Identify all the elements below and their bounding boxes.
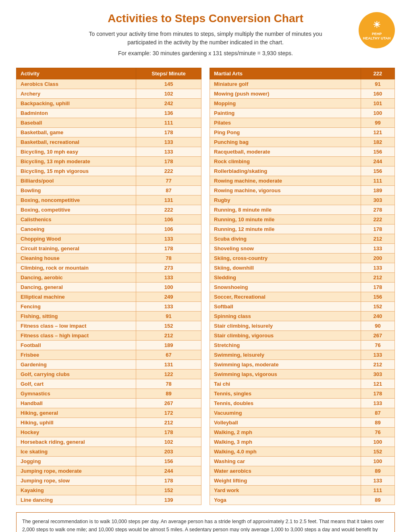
activity-name: Chopping Wood	[17, 234, 136, 244]
activity-name: Elliptical machine	[17, 292, 136, 302]
sun-icon: ☀	[373, 19, 381, 31]
steps-value: 249	[136, 292, 201, 302]
table-row: Boxing, noncompetitive131	[17, 195, 201, 205]
steps-value: 178	[361, 283, 394, 292]
steps-value: 133	[361, 244, 394, 254]
activity-name: Handball	[17, 399, 136, 408]
steps-value: 203	[136, 447, 201, 457]
table-row: Tennis, doubles133	[210, 399, 395, 408]
table-row: Swimming laps, moderate212	[210, 360, 395, 370]
steps-value: 133	[136, 147, 201, 157]
activity-name: Circuit training, general	[17, 244, 136, 254]
activity-name: Backpacking, uphill	[17, 99, 136, 108]
table-row: Snowshoeing178	[210, 283, 395, 292]
table-row: Jumping rope, slow178	[17, 476, 201, 486]
table-row: Line dancing139	[17, 495, 201, 505]
activity-name: Ping Pong	[210, 128, 361, 137]
activity-name: Gardening	[17, 360, 136, 370]
activity-name: Badminton	[17, 108, 136, 118]
steps-value: 78	[136, 379, 201, 389]
steps-value: 222	[136, 166, 201, 176]
activity-name: Mopping	[210, 99, 361, 108]
steps-value: 133	[361, 476, 394, 486]
table-row: Elliptical machine249	[17, 292, 201, 302]
steps-value: 101	[361, 99, 394, 108]
table-row: Weight lifting133	[210, 476, 395, 486]
activity-name: Running, 12 minute mile	[210, 224, 361, 234]
table-row: Archery102	[17, 89, 201, 99]
activity-name: Stair climbing, vigorous	[210, 331, 361, 341]
steps-value: 303	[361, 370, 394, 379]
table-row: Golf, carrying clubs122	[17, 370, 201, 379]
steps-value: 87	[136, 186, 201, 195]
table-row: Yard work111	[210, 486, 395, 495]
table-row: Running, 8 minute mile278	[210, 205, 395, 215]
activity-name: Skiing, cross-country	[210, 254, 361, 263]
table-row: Dancing, aerobic133	[17, 273, 201, 283]
steps-value: 89	[361, 495, 394, 505]
steps-value: 178	[136, 244, 201, 254]
activity-name: Snowshoeing	[210, 283, 361, 292]
activity-name: Tennis, doubles	[210, 399, 361, 408]
steps-value: 178	[361, 389, 394, 399]
steps-value: 242	[136, 99, 201, 108]
steps-value: 76	[361, 428, 394, 437]
activity-name: Archery	[17, 89, 136, 99]
table-row: Fishing, sitting91	[17, 312, 201, 321]
steps-value: 273	[136, 263, 201, 273]
steps-value: 152	[136, 321, 201, 331]
steps-value: 89	[136, 389, 201, 399]
table-row: Stair climbing, vigorous267	[210, 331, 395, 341]
table-row: Dancing, general100	[17, 283, 201, 292]
activity-name: Kayaking	[17, 486, 136, 495]
table-row: Rowing machine, vigorous189	[210, 186, 395, 195]
steps-value: 178	[361, 224, 394, 234]
steps-value: 156	[361, 166, 394, 176]
table-row: Billiards/pool77	[17, 176, 201, 186]
activity-name: Jumping rope, moderate	[17, 466, 136, 476]
right-column: Martial Arts 222 Miniature golf91Mowing …	[210, 68, 395, 505]
table-row: Vacuuming87	[210, 408, 395, 418]
activity-name: Stretching	[210, 341, 361, 350]
steps-value: 222	[361, 215, 394, 224]
steps-value: 100	[136, 283, 201, 292]
activity-name: Boxing, noncompetitive	[17, 195, 136, 205]
activity-name: Basketball, game	[17, 128, 136, 137]
table-row: Climbing, rock or mountain273	[17, 263, 201, 273]
table-row: Sledding212	[210, 273, 395, 283]
table-row: Stretching76	[210, 341, 395, 350]
activity-name: Walking, 4.0 mph	[210, 447, 361, 457]
table-row: Ice skating203	[17, 447, 201, 457]
activity-name: Bowling	[17, 186, 136, 195]
left-column: Activity Steps/ Minute Aerobics Class145…	[16, 68, 201, 505]
steps-value: 133	[361, 350, 394, 360]
steps-value: 178	[136, 428, 201, 437]
steps-value: 133	[361, 399, 394, 408]
activity-name: Running, 10 minute mile	[210, 215, 361, 224]
activity-name: Tai chi	[210, 379, 361, 389]
table-row: Swimming, leisurely133	[210, 350, 395, 360]
steps-value: 278	[361, 205, 394, 215]
steps-value: 267	[136, 399, 201, 408]
table-row: Stair climbing, leisurely90	[210, 321, 395, 331]
table-row: Mowing (push mower)160	[210, 89, 395, 99]
logo: ☀ PEHP HEALTHY UTAH	[359, 12, 395, 48]
steps-value: 87	[361, 408, 394, 418]
steps-value: 178	[136, 476, 201, 486]
title-block: Activities to Steps Conversion Chart To …	[16, 12, 395, 64]
right-col2-header: 222	[361, 68, 394, 79]
steps-value: 122	[136, 370, 201, 379]
steps-value: 212	[361, 273, 394, 283]
logo-line2: HEALTHY UTAH	[363, 36, 391, 41]
steps-value: 91	[136, 312, 201, 321]
right-table: Martial Arts 222 Miniature golf91Mowing …	[210, 68, 395, 505]
activity-name: Line dancing	[17, 495, 136, 505]
steps-value: 189	[136, 341, 201, 350]
activity-name: Hiking, general	[17, 408, 136, 418]
activity-name: Frisbee	[17, 350, 136, 360]
steps-value: 156	[361, 147, 394, 157]
table-row: Mopping101	[210, 99, 395, 108]
activity-name: Golf, cart	[17, 379, 136, 389]
table-row: Skiing, cross-country200	[210, 254, 395, 263]
logo-line1: PEHP	[372, 32, 382, 37]
